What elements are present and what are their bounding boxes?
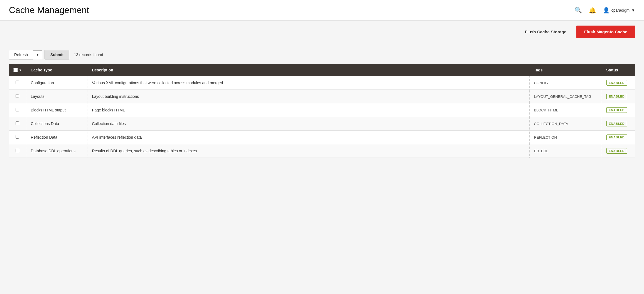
row-description: Results of DDL queries, such as describi…: [87, 144, 529, 158]
row-checkbox-cell: [9, 144, 26, 158]
flush-cache-storage-button[interactable]: Flush Cache Storage: [520, 27, 571, 37]
search-icon[interactable]: 🔍: [574, 7, 582, 14]
row-checkbox-cell: [9, 76, 26, 90]
flush-magento-cache-button[interactable]: Flush Magento Cache: [576, 26, 635, 38]
row-tags: BLOCK_HTML: [529, 103, 602, 117]
row-cache-type: Layouts: [26, 90, 87, 103]
row-status: ENABLED: [602, 76, 635, 90]
page-header: Cache Management 🔍 🔔 👤 cparadigm ▼: [0, 0, 644, 21]
user-avatar-icon: 👤: [603, 7, 610, 14]
records-count: 13 records found: [74, 53, 103, 57]
table-row: Reflection DataAPI interfaces reflection…: [9, 131, 635, 144]
user-dropdown-icon: ▼: [631, 8, 635, 13]
bell-icon[interactable]: 🔔: [589, 7, 596, 14]
header-actions: 🔍 🔔 👤 cparadigm ▼: [574, 7, 635, 14]
row-status: ENABLED: [602, 90, 635, 103]
row-cache-type: Database DDL operations: [26, 144, 87, 158]
checkbox-dropdown-icon[interactable]: ▼: [19, 69, 22, 72]
table-row: Collections DataCollection data filesCOL…: [9, 117, 635, 131]
row-checkbox[interactable]: [16, 81, 19, 84]
row-checkbox[interactable]: [16, 121, 19, 125]
row-cache-type: Configuration: [26, 76, 87, 90]
row-checkbox[interactable]: [16, 108, 19, 111]
select-all-checkbox[interactable]: [13, 68, 18, 72]
row-tags: REFLECTION: [529, 131, 602, 144]
row-tags: DB_DDL: [529, 144, 602, 158]
cache-table: ▼ Cache Type Description Tags Status Con…: [9, 64, 635, 158]
table-row: LayoutsLayout building instructionsLAYOU…: [9, 90, 635, 103]
row-description: API interfaces reflection data: [87, 131, 529, 144]
column-header-cache-type: Cache Type: [26, 64, 87, 76]
row-status: ENABLED: [602, 117, 635, 131]
status-badge: ENABLED: [606, 107, 627, 113]
table-body: ConfigurationVarious XML configurations …: [9, 76, 635, 158]
row-checkbox[interactable]: [16, 149, 19, 152]
status-badge: ENABLED: [606, 80, 627, 86]
row-checkbox-cell: [9, 117, 26, 131]
row-checkbox-cell: [9, 103, 26, 117]
row-status: ENABLED: [602, 103, 635, 117]
row-checkbox-cell: [9, 131, 26, 144]
table-row: Blocks HTML outputPage blocks HTMLBLOCK_…: [9, 103, 635, 117]
column-header-checkbox: ▼: [9, 64, 26, 76]
status-badge: ENABLED: [606, 121, 627, 126]
table-header-row: ▼ Cache Type Description Tags Status: [9, 64, 635, 76]
row-tags: CONFIG: [529, 76, 602, 90]
row-description: Page blocks HTML: [87, 103, 529, 117]
username: cparadigm: [611, 8, 630, 13]
table-row: ConfigurationVarious XML configurations …: [9, 76, 635, 90]
row-tags: LAYOUT_GENERAL_CACHE_TAG: [529, 90, 602, 103]
row-description: Various XML configurations that were col…: [87, 76, 529, 90]
row-description: Layout building instructions: [87, 90, 529, 103]
actions-row: Refresh ▼ Submit 13 records found: [0, 50, 644, 64]
column-header-description: Description: [87, 64, 529, 76]
status-badge: ENABLED: [606, 94, 627, 99]
cache-table-wrapper: ▼ Cache Type Description Tags Status Con…: [0, 64, 644, 158]
row-checkbox[interactable]: [16, 94, 19, 98]
row-checkbox-cell: [9, 90, 26, 103]
refresh-dropdown-button[interactable]: ▼: [33, 50, 42, 59]
row-cache-type: Blocks HTML output: [26, 103, 87, 117]
page-title: Cache Management: [9, 5, 89, 15]
status-badge: ENABLED: [606, 148, 627, 154]
row-description: Collection data files: [87, 117, 529, 131]
refresh-button[interactable]: Refresh: [9, 50, 33, 59]
row-cache-type: Collections Data: [26, 117, 87, 131]
row-status: ENABLED: [602, 131, 635, 144]
status-badge: ENABLED: [606, 134, 627, 140]
row-cache-type: Reflection Data: [26, 131, 87, 144]
column-header-status: Status: [602, 64, 635, 76]
table-row: Database DDL operationsResults of DDL qu…: [9, 144, 635, 158]
row-checkbox[interactable]: [16, 135, 19, 139]
row-tags: COLLECTION_DATA: [529, 117, 602, 131]
flush-bar: Flush Cache Storage Flush Magento Cache: [0, 21, 644, 43]
user-menu[interactable]: 👤 cparadigm ▼: [603, 7, 635, 14]
submit-button[interactable]: Submit: [45, 50, 69, 59]
column-header-tags: Tags: [529, 64, 602, 76]
row-status: ENABLED: [602, 144, 635, 158]
